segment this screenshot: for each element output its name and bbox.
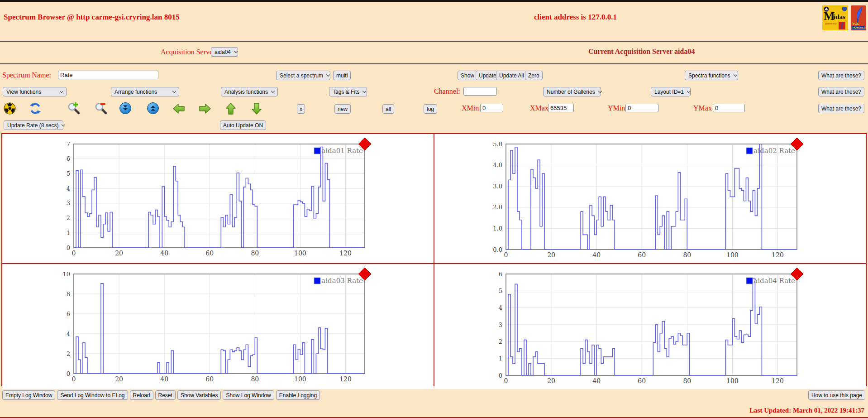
ymin-input[interactable]: [625, 104, 658, 112]
spectra-functions-dropdown[interactable]: Spectra functions: [685, 71, 738, 80]
xmax-label: XMax: [530, 104, 548, 112]
arrow-down-icon[interactable]: [251, 102, 262, 117]
legend-label: aida03 Rate: [321, 277, 363, 285]
y-tick-label: 3: [67, 200, 70, 207]
chevron-down-icon: [733, 73, 737, 77]
rate-chart[interactable]: 0123456020406080100120aida04 Rate: [434, 264, 866, 387]
what-are-these-button-3[interactable]: What are these?: [818, 104, 864, 113]
x-tick-label: 120: [339, 375, 352, 383]
y-tick-label: 1.0: [493, 225, 502, 232]
analysis-functions-dropdown[interactable]: Analysis functions: [221, 87, 278, 96]
auto-update-button[interactable]: Auto Update ON: [220, 120, 266, 130]
number-of-galleries-dropdown[interactable]: Number of Galleries: [543, 87, 601, 96]
legend-label: aida02 Rate: [754, 147, 795, 155]
channel-input[interactable]: [463, 87, 497, 96]
multi-button[interactable]: multi: [333, 71, 351, 80]
arrow-left-icon[interactable]: [172, 103, 186, 116]
xmin-input[interactable]: [480, 104, 503, 112]
double-arrow-down-icon[interactable]: [119, 102, 132, 116]
y-tick-label: 4.0: [493, 162, 502, 168]
x-tick-label: 40: [160, 250, 168, 257]
tags-fits-dropdown[interactable]: Tags & Fits: [329, 87, 367, 96]
spectrum-name-input[interactable]: [58, 71, 158, 79]
double-arrow-up-icon[interactable]: [147, 102, 159, 116]
legend-label: aida01 Rate: [321, 147, 363, 155]
x-tick-label: 0: [72, 250, 76, 257]
y-tick-label: 2: [67, 351, 70, 357]
chart-cell-aida01[interactable]: 01234567020406080100120aida01 Rate: [2, 134, 434, 263]
what-are-these-button-1[interactable]: What are these?: [818, 71, 864, 80]
x-tick-label: 40: [592, 251, 601, 259]
channel-label: Channel:: [434, 87, 460, 96]
rate-step-line: [74, 147, 365, 248]
spectra-grid: 01234567020406080100120aida01 Rate 0.01.…: [1, 133, 867, 386]
y-tick-label: 4: [499, 304, 502, 311]
divider-2: [0, 63, 868, 64]
chart-cell-aida04[interactable]: 0123456020406080100120aida04 Rate: [434, 264, 866, 389]
x-tick-label: 100: [726, 251, 739, 259]
legend-label: aida04 Rate: [754, 277, 795, 285]
xmax-input[interactable]: [548, 104, 574, 112]
how-to-use-button[interactable]: How to use this page: [808, 390, 865, 400]
reload-button[interactable]: Reload: [130, 390, 153, 400]
y-tick-label: 3: [499, 322, 502, 328]
all-button[interactable]: all: [382, 104, 394, 114]
last-updated-text: Last Updated: March 01, 2022 19:41:37: [749, 407, 864, 414]
reset-button[interactable]: Reset: [155, 390, 176, 400]
empty-log-window-button[interactable]: Empty Log Window: [2, 390, 55, 400]
y-tick-label: 5.0: [493, 141, 502, 148]
chart-cell-aida02[interactable]: 0.01.02.03.04.05.0020406080100120aida02 …: [434, 134, 866, 263]
rate-step-line: [74, 283, 365, 374]
send-log-window-to-elog-button[interactable]: Send Log Window to ELog: [57, 390, 128, 400]
show-log-window-button[interactable]: Show Log Window: [223, 390, 274, 400]
top-black-bar: [0, 0, 868, 2]
rate-chart[interactable]: 0.01.02.03.04.05.0020406080100120aida02 …: [434, 134, 866, 261]
rate-chart[interactable]: 01234567020406080100120aida01 Rate: [2, 134, 434, 259]
zoom-out-icon[interactable]: [94, 101, 108, 117]
tcl-powered-logo[interactable]: TCL POWERED: [851, 5, 866, 32]
chevron-down-icon: [60, 89, 63, 93]
acquisition-server-select[interactable]: aida04: [211, 47, 238, 57]
rate-chart[interactable]: 0246810020406080100120aida03 Rate: [2, 264, 434, 385]
arrow-right-icon[interactable]: [198, 103, 212, 116]
x-tick-label: 20: [115, 375, 123, 383]
y-tick-label: 2: [67, 215, 70, 221]
chart-cell-aida03[interactable]: 0246810020406080100120aida03 Rate: [2, 264, 434, 389]
layout-id-dropdown[interactable]: Layout ID=1: [651, 87, 691, 96]
new-button[interactable]: new: [334, 104, 351, 114]
arrange-functions-dropdown[interactable]: Arrange functions: [111, 87, 179, 96]
log-button[interactable]: log: [424, 104, 437, 114]
enable-logging-button[interactable]: Enable Logging: [276, 390, 320, 400]
select-spectrum-dropdown[interactable]: Select a spectrum: [276, 71, 330, 80]
zero-button[interactable]: Zero: [525, 71, 543, 80]
x-tick-label: 60: [205, 375, 214, 383]
x-tick-label: 20: [547, 377, 555, 384]
ymax-input[interactable]: [713, 104, 745, 112]
x-tick-label: 40: [592, 377, 601, 384]
tcl-logo-text: TCL: [852, 22, 859, 26]
y-tick-label: 6: [67, 155, 70, 162]
zoom-in-icon[interactable]: [67, 101, 81, 117]
rate-step-line: [506, 278, 797, 375]
update-all-button[interactable]: Update All: [496, 71, 527, 80]
show-button[interactable]: Show: [458, 71, 477, 80]
y-tick-label: 8: [67, 291, 70, 298]
x-tick-label: 80: [251, 250, 259, 257]
update-rate-dropdown[interactable]: Update Rate (8 secs): [4, 120, 63, 130]
what-are-these-button-2[interactable]: What are these?: [818, 87, 864, 96]
arrow-up-icon[interactable]: [225, 102, 237, 117]
refresh-icon[interactable]: [29, 102, 42, 116]
chevron-down-icon: [62, 123, 65, 126]
view-functions-dropdown[interactable]: View functions: [3, 87, 67, 96]
midas-logo[interactable]: M idas powered by: [822, 5, 848, 32]
x-tick-label: 60: [638, 251, 646, 259]
x-tick-label: 80: [683, 377, 691, 384]
radiation-icon[interactable]: [4, 102, 16, 116]
show-variables-button[interactable]: Show Variables: [177, 390, 221, 400]
ymax-label: YMax: [693, 104, 712, 112]
y-tick-label: 4: [67, 331, 70, 337]
x-tick-label: 100: [726, 377, 739, 384]
x-tick-label: 80: [683, 251, 691, 259]
x-button[interactable]: x: [297, 104, 305, 114]
y-tick-label: 2: [499, 338, 502, 345]
